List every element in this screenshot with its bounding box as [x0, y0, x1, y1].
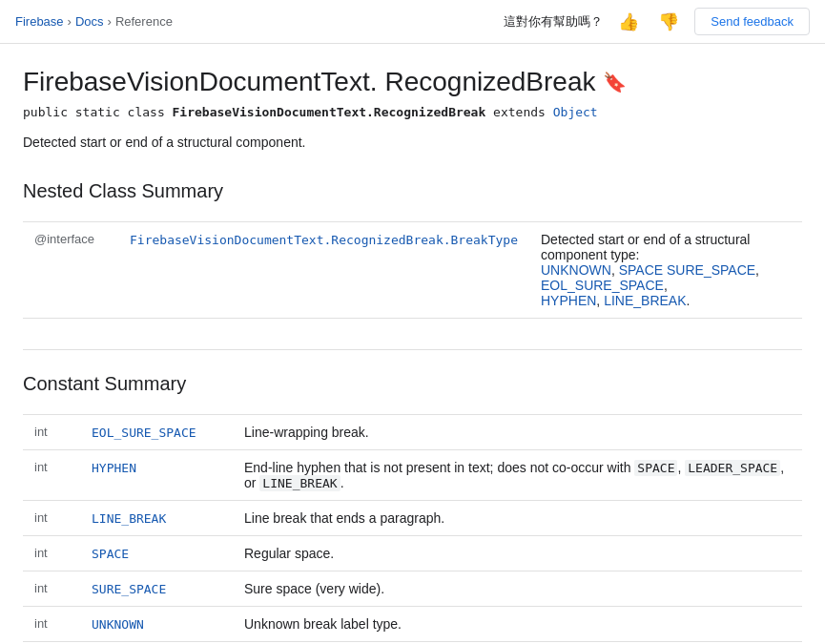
breadcrumb-sep-2: › — [108, 14, 112, 29]
constant-desc: Sure space (very wide). — [233, 571, 802, 607]
break-type-eol-link[interactable]: EOL_SURE_SPACE — [541, 278, 664, 293]
constant-name: LINE_BREAK — [80, 501, 233, 536]
constant-row: intLINE_BREAKLine break that ends a para… — [23, 501, 802, 536]
break-type-space-link[interactable]: SPACE — [619, 262, 663, 278]
nested-class-summary-table: @interface FirebaseVisionDocumentText.Re… — [23, 221, 802, 319]
helpful-text: 這對你有幫助嗎？ — [504, 13, 603, 31]
constant-type: int — [23, 571, 80, 607]
constant-link[interactable]: EOL_SURE_SPACE — [92, 426, 196, 440]
constant-type: int — [23, 607, 80, 642]
breadcrumb-reference: Reference — [115, 14, 173, 29]
page-description: Detected start or end of a structural co… — [23, 135, 802, 150]
constant-name: SURE_SPACE — [80, 571, 233, 607]
main-content: FirebaseVisionDocumentText. RecognizedBr… — [0, 44, 825, 644]
constant-link[interactable]: HYPHEN — [92, 461, 136, 475]
thumbup-button[interactable]: 👍 — [614, 10, 643, 34]
constant-desc: Unknown break label type. — [233, 607, 802, 642]
constant-link[interactable]: UNKNOWN — [92, 617, 144, 632]
break-type-line-break-link[interactable]: LINE_BREAK — [604, 293, 686, 308]
breadcrumb-sep-1: › — [68, 14, 72, 29]
constant-type: int — [23, 501, 80, 536]
constant-type: int — [23, 536, 80, 571]
breadcrumb-docs[interactable]: Docs — [75, 14, 104, 29]
constant-name: SPACE — [80, 536, 233, 571]
page-title-line2: RecognizedBreak — [384, 67, 595, 97]
thumbup-icon: 👍 — [618, 12, 639, 31]
constant-desc: Line break that ends a paragraph. — [233, 501, 802, 536]
class-sig-name: FirebaseVisionDocumentText.RecognizedBre… — [173, 105, 486, 119]
thumbdown-icon: 👎 — [658, 12, 679, 31]
class-sig-extends: extends — [485, 105, 552, 119]
constant-row: intHYPHENEnd-line hyphen that is not pre… — [23, 450, 802, 501]
constant-type: int — [23, 450, 80, 501]
constant-summary-table: intEOL_SURE_SPACELine-wrapping break.int… — [23, 414, 802, 642]
constant-summary-header: Constant Summary — [23, 373, 802, 403]
constant-row: intSPACERegular space. — [23, 536, 802, 571]
constant-link[interactable]: LINE_BREAK — [92, 511, 166, 526]
nested-class-row: @interface FirebaseVisionDocumentText.Re… — [23, 222, 802, 319]
break-type-sure-space-link[interactable]: SURE_SPACE — [667, 262, 755, 278]
top-bar-right: 這對你有幫助嗎？ 👍 👎 Send feedback — [504, 8, 810, 35]
constant-name: EOL_SURE_SPACE — [80, 415, 233, 450]
page-title-line1: FirebaseVisionDocumentText. — [23, 67, 377, 97]
nested-class-link[interactable]: FirebaseVisionDocumentText.RecognizedBre… — [130, 233, 518, 247]
breadcrumb-firebase[interactable]: Firebase — [15, 14, 64, 29]
nested-class-desc: Detected start or end of a structural co… — [529, 222, 802, 319]
constant-type: int — [23, 415, 80, 450]
constant-link[interactable]: SURE_SPACE — [92, 582, 166, 596]
class-sig-prefix: public static class — [23, 105, 173, 119]
breadcrumb: Firebase › Docs › Reference — [15, 14, 173, 29]
constant-name: HYPHEN — [80, 450, 233, 501]
constant-link[interactable]: SPACE — [92, 547, 129, 561]
constant-desc: End-line hyphen that is not present in t… — [233, 450, 802, 501]
class-sig-object-link[interactable]: Object — [553, 105, 598, 119]
constant-row: intEOL_SURE_SPACELine-wrapping break. — [23, 415, 802, 450]
nested-class-type: @interface — [23, 222, 118, 319]
thumbdown-button[interactable]: 👎 — [654, 10, 683, 34]
constant-row: intSURE_SPACESure space (very wide). — [23, 571, 802, 607]
top-bar: Firebase › Docs › Reference 這對你有幫助嗎？ 👍 👎… — [0, 0, 825, 44]
constant-name: UNKNOWN — [80, 607, 233, 642]
break-type-unknown-link[interactable]: UNKNOWN — [541, 262, 611, 278]
class-signature: public static class FirebaseVisionDocume… — [23, 105, 802, 119]
send-feedback-button[interactable]: Send feedback — [694, 8, 810, 35]
divider-1 — [23, 349, 802, 350]
page-title: FirebaseVisionDocumentText. RecognizedBr… — [23, 67, 802, 97]
break-type-hyphen-link[interactable]: HYPHEN — [541, 293, 596, 308]
constant-row: intUNKNOWNUnknown break label type. — [23, 607, 802, 642]
nested-class-summary-header: Nested Class Summary — [23, 180, 802, 210]
bookmark-icon[interactable]: 🔖 — [603, 71, 627, 93]
nested-class-name: FirebaseVisionDocumentText.RecognizedBre… — [118, 222, 529, 319]
constant-desc: Regular space. — [233, 536, 802, 571]
constant-desc: Line-wrapping break. — [233, 415, 802, 450]
